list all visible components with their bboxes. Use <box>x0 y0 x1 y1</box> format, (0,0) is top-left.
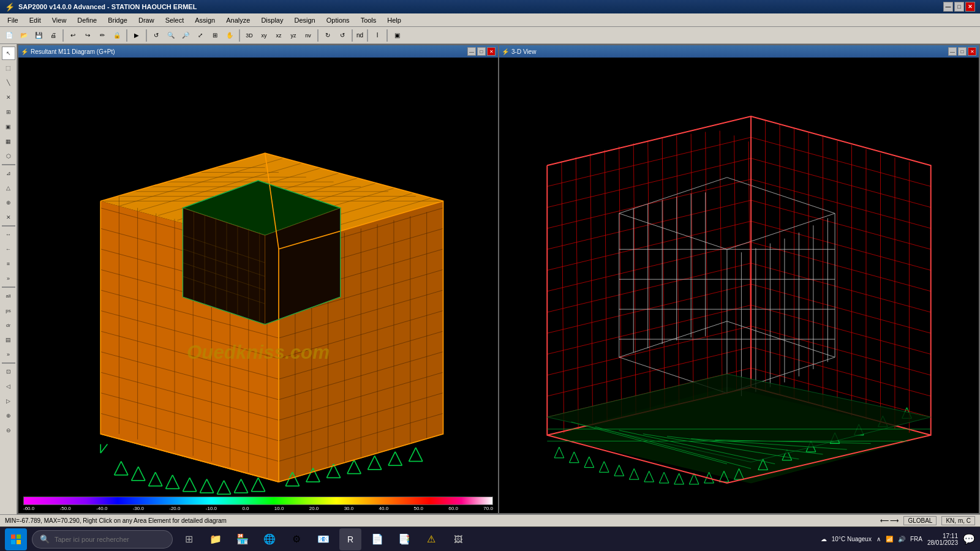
menu-assign[interactable]: Assign <box>190 15 220 25</box>
tb-nv[interactable]: nv <box>301 29 315 42</box>
menu-file[interactable]: File <box>2 15 23 25</box>
tb-print[interactable]: 🖨 <box>47 29 60 42</box>
vp-right-controls[interactable]: — □ ✕ <box>948 47 976 56</box>
task-view-button[interactable]: ⊞ <box>178 528 200 550</box>
tool-select-arrow[interactable]: ↖ <box>2 47 15 60</box>
tb-xz[interactable]: xz <box>272 29 285 42</box>
tb-save[interactable]: 💾 <box>32 29 45 42</box>
file-explorer-button[interactable]: 📁 <box>205 528 227 550</box>
tb-lock[interactable]: 🔒 <box>110 29 124 42</box>
start-button[interactable] <box>5 528 27 550</box>
acrobat-button[interactable]: 📄 <box>366 528 388 550</box>
tool-replicate[interactable]: ⊕ <box>2 196 15 209</box>
tb-3d[interactable]: 3D <box>243 29 256 42</box>
tool-line[interactable]: ╲ <box>2 76 15 89</box>
tb-pan[interactable]: ✋ <box>223 29 236 42</box>
vp-right-maximize[interactable]: □ <box>958 47 967 56</box>
tb-zoom-sel[interactable]: ⊞ <box>208 29 222 42</box>
tb-redo[interactable]: ↪ <box>81 29 94 42</box>
color-label-10: 40.0 <box>379 506 389 511</box>
tb-orbit[interactable]: ↺ <box>149 29 163 42</box>
tb-undo[interactable]: ↩ <box>66 29 80 42</box>
menu-edit[interactable]: Edit <box>24 15 46 25</box>
menu-draw[interactable]: Draw <box>134 15 159 25</box>
sap-taskbar-button[interactable]: R <box>339 528 361 550</box>
pdf-button[interactable]: 📑 <box>393 528 415 550</box>
tool-cross[interactable]: ✕ <box>2 91 15 104</box>
tb-zoom-in[interactable]: 🔍 <box>164 29 178 42</box>
tb-rotate-cw[interactable]: ↻ <box>321 29 334 42</box>
tool-select-box[interactable]: ⬚ <box>2 61 15 75</box>
close-button[interactable]: ✕ <box>965 2 975 12</box>
menu-view[interactable]: View <box>47 15 72 25</box>
vp-left-canvas[interactable]: Ouedkniss.com <box>18 58 498 495</box>
menu-design[interactable]: Design <box>289 15 320 25</box>
tool-more1[interactable]: » <box>2 272 15 285</box>
tb-run[interactable]: ▶ <box>130 29 143 42</box>
vp-left-controls[interactable]: — □ ✕ <box>467 47 496 56</box>
edge-button[interactable]: 🌐 <box>258 528 281 550</box>
tool-grid[interactable]: ⊞ <box>2 105 15 119</box>
tool-properties[interactable]: ≡ <box>2 257 15 271</box>
tool-poly[interactable]: ⬡ <box>2 149 15 163</box>
store-button[interactable]: 🏪 <box>232 528 254 550</box>
menu-help[interactable]: Help <box>382 15 406 25</box>
menu-analyze[interactable]: Analyze <box>221 15 255 25</box>
tool-fwd[interactable]: ▷ <box>2 394 15 408</box>
settings-button[interactable]: ⚙ <box>285 528 307 550</box>
mail-button[interactable]: 📧 <box>312 528 334 550</box>
menu-define[interactable]: Define <box>72 15 102 25</box>
tool-undo-view[interactable]: ← <box>2 242 15 256</box>
tb-rotate-ccw[interactable]: ↺ <box>336 29 349 42</box>
tool-minus[interactable]: ⊖ <box>2 424 15 437</box>
tool-area[interactable]: ▦ <box>2 135 15 148</box>
svg-rect-298 <box>17 540 21 544</box>
notification-icon[interactable]: 💬 <box>963 533 975 545</box>
tb-new[interactable]: 📄 <box>2 29 16 42</box>
tool-ps[interactable]: ps <box>2 304 15 317</box>
tb-xy[interactable]: xy <box>257 29 271 42</box>
vp-left-close[interactable]: ✕ <box>487 47 496 56</box>
search-input[interactable] <box>55 536 165 543</box>
tool-more2[interactable]: » <box>2 348 15 361</box>
tool-dr[interactable]: dr <box>2 318 15 332</box>
vp-right-close[interactable]: ✕ <box>968 47 976 56</box>
tb-snap1[interactable]: I <box>371 29 384 42</box>
color-label-12: 60.0 <box>448 506 458 511</box>
vp-right-canvas[interactable] <box>499 58 979 513</box>
tool-frame[interactable]: ▣ <box>2 120 15 133</box>
tb-open[interactable]: 📂 <box>17 29 31 42</box>
menu-tools[interactable]: Tools <box>356 15 382 25</box>
warning-button[interactable]: ⚠ <box>420 528 442 550</box>
title-bar-controls[interactable]: — □ ✕ <box>943 2 975 12</box>
m11-diagram-svg: Ouedkniss.com <box>18 58 498 495</box>
tb-display-opts[interactable]: ▣ <box>390 29 404 42</box>
vp-right-minimize[interactable]: — <box>948 47 957 56</box>
img-button[interactable]: 🖼 <box>447 528 469 550</box>
minimize-button[interactable]: — <box>943 2 953 12</box>
tb-yz[interactable]: yz <box>287 29 300 42</box>
tool-mirror[interactable]: △ <box>2 181 15 195</box>
tool-analysis[interactable]: ⊡ <box>2 365 15 378</box>
maximize-button[interactable]: □ <box>954 2 964 12</box>
menu-select[interactable]: Select <box>160 15 189 25</box>
taskbar-search-box[interactable]: 🔍 <box>32 530 173 549</box>
tb-edit[interactable]: ✏ <box>96 29 109 42</box>
tool-move[interactable]: ↔ <box>2 228 15 241</box>
vp-left-minimize[interactable]: — <box>467 47 476 56</box>
menu-bridge[interactable]: Bridge <box>103 15 132 25</box>
menu-display[interactable]: Display <box>256 15 288 25</box>
tool-mesh[interactable]: ▤ <box>2 333 15 347</box>
tb-zoom-out[interactable]: 🔎 <box>179 29 192 42</box>
svg-text:Ouedkniss.com: Ouedkniss.com <box>187 342 330 363</box>
tool-back[interactable]: ◁ <box>2 380 15 393</box>
svg-rect-296 <box>17 534 21 539</box>
tool-all[interactable]: all <box>2 289 15 302</box>
tool-plus[interactable]: ⊕ <box>2 409 15 422</box>
tool-delete[interactable]: ✕ <box>2 211 15 224</box>
tool-sep4 <box>2 362 15 364</box>
menu-options[interactable]: Options <box>322 15 355 25</box>
tool-extrude[interactable]: ⊿ <box>2 167 15 180</box>
vp-left-maximize[interactable]: □ <box>477 47 486 56</box>
tb-zoom-all[interactable]: ⤢ <box>194 29 207 42</box>
